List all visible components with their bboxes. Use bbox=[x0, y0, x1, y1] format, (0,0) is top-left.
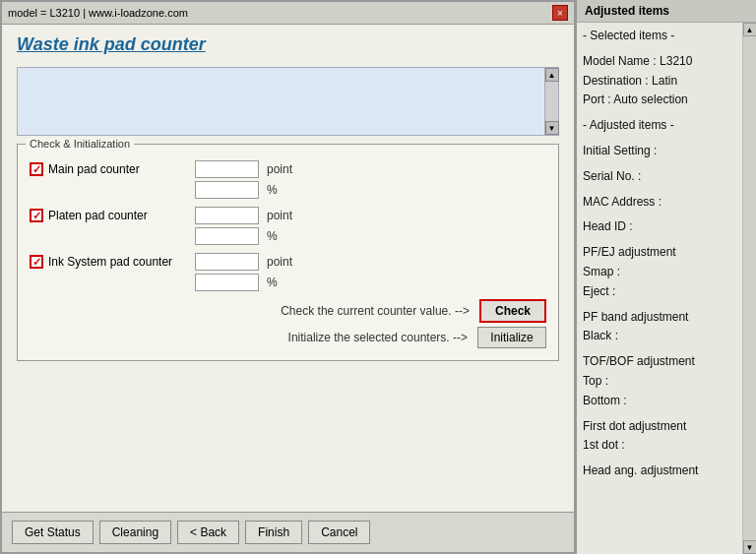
check-action-label: Check the current counter value. --> bbox=[281, 304, 470, 318]
platen-pad-unit2: % bbox=[267, 229, 278, 243]
main-pad-unit1: point bbox=[267, 162, 292, 176]
scrollbar-down-arrow[interactable]: ▼ bbox=[545, 121, 559, 135]
right-panel-line: 1st dot : bbox=[583, 436, 736, 456]
right-panel-line: PF band adjustment bbox=[583, 308, 736, 328]
back-button[interactable]: < Back bbox=[177, 521, 239, 544]
right-panel-line: Smap : bbox=[583, 263, 736, 282]
platen-pad-row1: Platen pad counter point bbox=[30, 207, 546, 224]
platen-pad-checkbox-container: Platen pad counter bbox=[30, 209, 187, 222]
ink-system-pad-group: Ink System pad counter point % bbox=[30, 253, 546, 291]
cleaning-button[interactable]: Cleaning bbox=[99, 521, 171, 544]
title-bar-text: model = L3210 | www.i-loadzone.com bbox=[8, 7, 188, 19]
finish-button[interactable]: Finish bbox=[245, 521, 302, 544]
check-init-group: Check & Initialization Main pad counter … bbox=[17, 144, 559, 361]
main-pad-row2: % bbox=[30, 181, 546, 199]
platen-pad-point-input[interactable] bbox=[195, 207, 259, 224]
initialize-action-row: Initialize the selected counters. --> In… bbox=[30, 327, 546, 348]
ink-system-pad-point-input[interactable] bbox=[195, 253, 259, 271]
right-panel-line: PF/EJ adjustment bbox=[583, 243, 736, 263]
get-status-button[interactable]: Get Status bbox=[12, 521, 94, 544]
ink-system-pad-row1: Ink System pad counter point bbox=[30, 253, 546, 271]
platen-pad-label: Platen pad counter bbox=[48, 209, 148, 222]
main-pad-unit2: % bbox=[267, 183, 278, 197]
right-panel-line: Bottom : bbox=[583, 392, 736, 411]
main-pad-checkbox-container: Main pad counter bbox=[30, 162, 187, 176]
right-panel-line: Head ang. adjustment bbox=[583, 462, 736, 481]
title-bar: model = L3210 | www.i-loadzone.com × bbox=[2, 2, 574, 25]
platen-pad-percent-input[interactable] bbox=[195, 227, 259, 245]
ink-system-pad-unit1: point bbox=[267, 255, 292, 269]
dialog-content: Waste ink pad counter ▲ ▼ Check & Initia… bbox=[2, 25, 574, 512]
text-area-box: ▲ ▼ bbox=[17, 67, 559, 136]
main-pad-percent-input[interactable] bbox=[195, 181, 259, 199]
right-scrollbar-down-arrow[interactable]: ▼ bbox=[743, 540, 757, 554]
platen-pad-unit1: point bbox=[267, 209, 292, 222]
right-panel-line: - Selected items - bbox=[583, 27, 736, 46]
ink-system-pad-percent-input[interactable] bbox=[195, 274, 259, 291]
right-scrollbar: ▲ ▼ bbox=[742, 23, 756, 554]
cancel-button[interactable]: Cancel bbox=[308, 521, 370, 544]
check-button[interactable]: Check bbox=[479, 299, 546, 323]
right-panel-line: Initial Setting : bbox=[583, 142, 736, 161]
right-panel-line: Serial No. : bbox=[583, 167, 736, 187]
main-dialog: model = L3210 | www.i-loadzone.com × Was… bbox=[0, 0, 576, 554]
ink-system-pad-row2: % bbox=[30, 274, 546, 291]
right-panel-title: Adjusted items bbox=[577, 0, 756, 23]
platen-pad-checkbox[interactable] bbox=[30, 209, 43, 222]
right-panel-line: First dot adjustment bbox=[583, 417, 736, 437]
right-panel-line: Port : Auto selection bbox=[583, 91, 736, 110]
platen-pad-group: Platen pad counter point % bbox=[30, 207, 546, 245]
main-pad-row1: Main pad counter point bbox=[30, 160, 546, 178]
right-scrollbar-up-arrow[interactable]: ▲ bbox=[743, 23, 757, 36]
right-panel-text-area: - Selected items - Model Name : L3210Des… bbox=[577, 23, 742, 554]
scrollbar-up-arrow[interactable]: ▲ bbox=[545, 68, 559, 82]
ink-system-pad-checkbox-container: Ink System pad counter bbox=[30, 255, 187, 269]
right-panel-scrollbar-container: - Selected items - Model Name : L3210Des… bbox=[577, 23, 756, 554]
check-action-row: Check the current counter value. --> Che… bbox=[30, 299, 546, 323]
right-panel-line: Black : bbox=[583, 327, 736, 346]
right-panel-line: TOF/BOF adjustment bbox=[583, 352, 736, 372]
right-panel: Adjusted items - Selected items - Model … bbox=[576, 0, 756, 554]
group-label: Check & Initialization bbox=[26, 138, 134, 150]
main-pad-label: Main pad counter bbox=[48, 162, 140, 176]
dialog-title: Waste ink pad counter bbox=[17, 34, 559, 55]
initialize-button[interactable]: Initialize bbox=[477, 327, 546, 348]
ink-system-pad-checkbox[interactable] bbox=[30, 255, 43, 269]
ink-system-pad-unit2: % bbox=[267, 276, 278, 289]
right-panel-line: Head ID : bbox=[583, 217, 736, 237]
main-pad-checkbox[interactable] bbox=[30, 162, 43, 176]
initialize-action-label: Initialize the selected counters. --> bbox=[288, 331, 468, 344]
right-panel-line: Model Name : L3210 bbox=[583, 52, 736, 72]
main-pad-group: Main pad counter point % bbox=[30, 160, 546, 199]
right-panel-line: - Adjusted items - bbox=[583, 116, 736, 136]
right-panel-line: Destination : Latin bbox=[583, 72, 736, 92]
platen-pad-row2: % bbox=[30, 227, 546, 245]
close-button[interactable]: × bbox=[552, 5, 568, 21]
ink-system-pad-label: Ink System pad counter bbox=[48, 255, 172, 269]
right-panel-line: Top : bbox=[583, 372, 736, 392]
bottom-buttons: Get Status Cleaning < Back Finish Cancel bbox=[2, 512, 574, 552]
text-area-scrollbar: ▲ ▼ bbox=[544, 68, 558, 135]
right-panel-line: MAC Address : bbox=[583, 193, 736, 213]
right-panel-line: Eject : bbox=[583, 282, 736, 302]
main-pad-point-input[interactable] bbox=[195, 160, 259, 178]
